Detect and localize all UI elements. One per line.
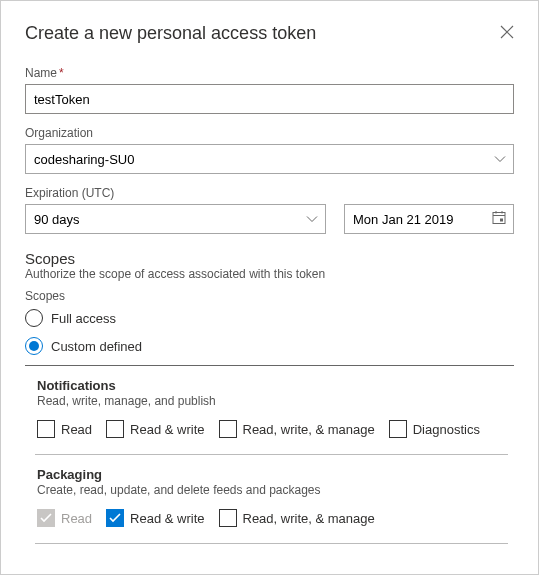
expiration-days-select[interactable]: 90 days — [25, 204, 326, 234]
checkbox-label: Read, write, & manage — [243, 422, 375, 437]
expiration-label: Expiration (UTC) — [25, 186, 514, 200]
packaging-read-checkbox: Read — [37, 509, 92, 527]
organization-select[interactable]: codesharing-SU0 — [25, 144, 514, 174]
notifications-read-write-manage-checkbox[interactable]: Read, write, & manage — [219, 420, 375, 438]
checkbox-label: Read & write — [130, 422, 204, 437]
checkbox-icon — [106, 509, 124, 527]
scopes-title: Scopes — [25, 250, 514, 267]
dialog-title: Create a new personal access token — [25, 23, 316, 44]
name-label: Name* — [25, 66, 514, 80]
checkbox-label: Read — [61, 422, 92, 437]
checkbox-label: Diagnostics — [413, 422, 480, 437]
checkbox-icon — [389, 420, 407, 438]
close-icon[interactable] — [500, 25, 514, 42]
scope-custom-defined-radio[interactable]: Custom defined — [25, 337, 514, 355]
checkbox-icon — [37, 420, 55, 438]
scope-group-name: Packaging — [37, 467, 506, 482]
scopes-description: Authorize the scope of access associated… — [25, 267, 514, 281]
scope-group-packaging: Packaging Create, read, update, and dele… — [35, 455, 508, 544]
scope-full-access-radio[interactable]: Full access — [25, 309, 514, 327]
checkbox-icon — [219, 509, 237, 527]
checkbox-label: Read, write, & manage — [243, 511, 375, 526]
scopes-scroll-area[interactable]: Notifications Read, write, manage, and p… — [25, 365, 514, 557]
checkbox-icon — [106, 420, 124, 438]
checkbox-label: Read — [61, 511, 92, 526]
expiration-date-input[interactable]: Mon Jan 21 2019 — [344, 204, 514, 234]
scope-group-name: Notifications — [37, 378, 506, 393]
radio-label: Full access — [51, 311, 116, 326]
organization-label: Organization — [25, 126, 514, 140]
packaging-read-write-manage-checkbox[interactable]: Read, write, & manage — [219, 509, 375, 527]
checkbox-label: Read & write — [130, 511, 204, 526]
notifications-diagnostics-checkbox[interactable]: Diagnostics — [389, 420, 480, 438]
scope-group-description: Create, read, update, and delete feeds a… — [37, 483, 506, 497]
scopes-sub-label: Scopes — [25, 289, 514, 303]
checkbox-icon — [37, 509, 55, 527]
radio-label: Custom defined — [51, 339, 142, 354]
name-input[interactable] — [25, 84, 514, 114]
scope-group-notifications: Notifications Read, write, manage, and p… — [35, 366, 508, 455]
packaging-read-write-checkbox[interactable]: Read & write — [106, 509, 204, 527]
notifications-read-checkbox[interactable]: Read — [37, 420, 92, 438]
notifications-read-write-checkbox[interactable]: Read & write — [106, 420, 204, 438]
scope-group-description: Read, write, manage, and publish — [37, 394, 506, 408]
radio-icon — [25, 309, 43, 327]
checkbox-icon — [219, 420, 237, 438]
radio-icon — [25, 337, 43, 355]
